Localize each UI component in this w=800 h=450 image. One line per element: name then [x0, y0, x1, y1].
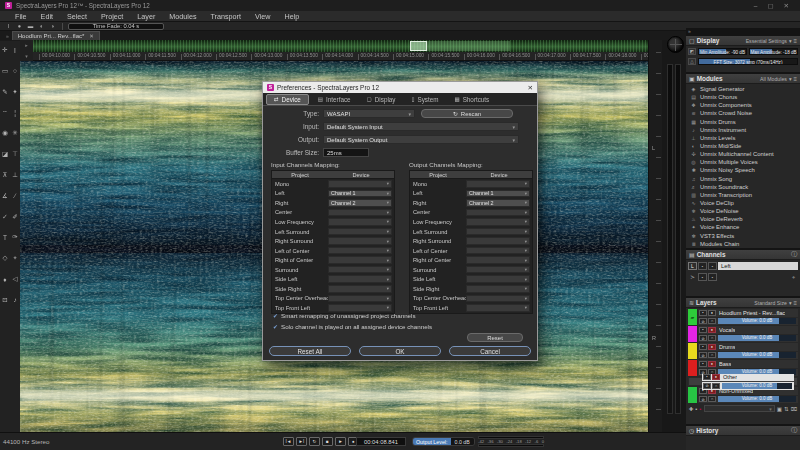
tool-button-19[interactable]: ✑ — [10, 228, 20, 246]
layers-panel-header[interactable]: ≋ Layers Standard Size▾≡ — [686, 298, 800, 308]
layer-color-swatch[interactable] — [688, 387, 697, 403]
dialog-tab-interface[interactable]: ▤Interface — [311, 95, 358, 104]
tool-option-icon-3[interactable]: ◐ — [37, 23, 46, 29]
overview-minimap[interactable] — [33, 40, 648, 52]
layer-solo-button[interactable]: ● — [712, 374, 720, 380]
max-amplitude-slider[interactable]: Max Amplitude: -18 dB — [749, 48, 798, 55]
time-ruler[interactable]: 00:04:10.00000:04:10.50000:04:11.00000:0… — [33, 52, 648, 61]
tool-button-10[interactable]: ◪ — [0, 145, 10, 163]
input-device-select-right-surround[interactable]: ▾ — [328, 237, 392, 245]
info-icon[interactable]: ⓘ — [791, 426, 797, 435]
buffer-size-input[interactable]: 25ms — [323, 148, 369, 157]
tool-button-13[interactable]: ⊥ — [10, 166, 20, 184]
play-button[interactable]: ► — [335, 437, 346, 446]
layer-color-swatch[interactable] — [688, 326, 697, 342]
dialog-tab-shortcuts[interactable]: ▦Shortcuts — [447, 95, 496, 104]
layer-bypass-button[interactable]: ⊘ — [699, 318, 707, 324]
module-item-modules-chain[interactable]: ≣Modules Chain — [686, 240, 800, 248]
dialog-tab-system[interactable]: ▯System — [404, 95, 445, 104]
menu-item-transport[interactable]: Transport — [204, 12, 249, 21]
stop-button[interactable]: ■ — [322, 437, 333, 446]
reset-all-button[interactable]: Reset All — [269, 346, 351, 356]
module-item-unmix-song[interactable]: ♫Unmix Song — [686, 175, 800, 183]
layer-fade-button[interactable]: ∩ — [708, 335, 716, 341]
output-device-select-mono[interactable]: ▾ — [466, 180, 530, 188]
module-item-unmix-instrument[interactable]: ♪Unmix Instrument — [686, 126, 800, 134]
tool-button-6[interactable]: ╌ — [0, 103, 10, 121]
layer-mute-button[interactable]: ▪ — [699, 344, 707, 350]
tool-button-9[interactable]: ✳ — [10, 124, 20, 142]
layer-color-swatch[interactable] — [688, 360, 697, 376]
add-layer-icon[interactable]: ✚ — [689, 406, 694, 412]
output-device-select-side-left[interactable]: ▾ — [466, 275, 530, 283]
module-item-unmix-levels[interactable]: ⊥Unmix Levels — [686, 134, 800, 142]
reorder-icon[interactable]: ⇅ — [784, 406, 789, 412]
layer-volume-slider[interactable]: Volume: 0.0 dB — [718, 396, 796, 402]
reset-button[interactable]: Reset — [467, 333, 523, 342]
ok-button[interactable]: OK — [359, 346, 441, 356]
module-item-voice-enhance[interactable]: ✦Voice Enhance — [686, 223, 800, 231]
channel-visible-button[interactable]: ▪ — [698, 262, 707, 270]
layer-bypass-button[interactable]: ⊘ — [699, 335, 707, 341]
layer-mute-button[interactable]: ▪ — [699, 327, 707, 333]
layer-row-vocals[interactable]: ▪●Vocals⊘∩Volume: 0.0 dB — [688, 326, 798, 342]
module-item-unmix-multiple-voices[interactable]: ◎Unmix Multiple Voices — [686, 158, 800, 166]
min-amplitude-slider[interactable]: Min Amplitude: -90 dB — [698, 48, 747, 55]
modules-filter-select[interactable]: All Modules — [760, 76, 787, 82]
info-icon[interactable]: ⓘ — [791, 250, 797, 259]
new-group-icon[interactable]: ▣ — [777, 406, 782, 412]
tool-button-15[interactable]: ∕ — [10, 187, 20, 205]
tab-close-icon[interactable]: ✕ — [89, 33, 94, 39]
layer-volume-slider[interactable]: Volume: 0.0 dB — [722, 383, 792, 389]
tool-button-16[interactable]: ✓ — [0, 208, 10, 226]
cancel-button[interactable]: Cancel — [449, 346, 531, 356]
layer-mute-button[interactable]: ▪ — [703, 374, 711, 380]
menu-item-help[interactable]: Help — [277, 12, 306, 21]
module-item-unmix-crowd-noise[interactable]: ≋Unmix Crowd Noise — [686, 109, 800, 117]
menu-item-project[interactable]: Project — [94, 12, 130, 21]
tool-button-17[interactable]: ✐ — [10, 208, 20, 226]
checkbox-checked-icon[interactable]: ✔ — [273, 323, 278, 330]
output-device-select-top-front-left[interactable]: ▾ — [466, 304, 530, 312]
history-panel-header[interactable]: ◷ History ⓘ — [686, 426, 800, 436]
tool-button-18[interactable]: Τ — [0, 228, 10, 246]
layer-fade-button[interactable]: ∩ — [708, 318, 716, 324]
dialog-title-bar[interactable]: S Preferences - SpectraLayers Pro 12 ✕ — [263, 82, 537, 93]
layer-volume-slider[interactable]: Volume: 0.0 dB — [718, 335, 796, 341]
tab-scroll-icon[interactable]: » — [0, 33, 12, 40]
menu-item-edit[interactable]: Edit — [34, 12, 60, 21]
input-device-select-left-surround[interactable]: ▾ — [328, 228, 392, 236]
input-device-select-side-right[interactable]: ▾ — [328, 285, 392, 293]
minimap-drag-box[interactable] — [410, 41, 427, 51]
time-fade-field[interactable]: Time Fade: 0.04 s — [68, 23, 164, 30]
layer-solo-button[interactable]: ● — [708, 344, 716, 350]
bus-button-1[interactable]: ▪ — [698, 273, 707, 281]
tool-button-12[interactable]: ⊼ — [0, 166, 10, 184]
layer-row-hoodlum-priest-rev-flac[interactable]: ▰▪●Hoodlum Priest - Rev...flac⊘∩Volume: … — [688, 309, 798, 325]
layer-color-swatch[interactable] — [688, 343, 697, 359]
tool-button-8[interactable]: ◉ — [0, 124, 10, 142]
tool-option-icon-0[interactable]: Ι — [4, 23, 13, 29]
display-preset-select[interactable]: Essential Settings — [746, 38, 787, 44]
layer-volume-slider[interactable]: Volume: 0.0 dB — [718, 318, 796, 324]
layer-bypass-button[interactable]: ⊘ — [703, 383, 711, 389]
tool-button-24[interactable]: ⊡ — [0, 291, 10, 309]
input-device-select-low-frequency[interactable]: ▾ — [328, 218, 392, 226]
input-device-select[interactable]: Default System Input▾ — [323, 122, 519, 131]
navigation-ball[interactable] — [667, 36, 684, 53]
tool-option-icon-2[interactable]: ▬ — [26, 23, 35, 29]
layer-solo-button[interactable]: ● — [708, 361, 716, 367]
tool-button-21[interactable]: ⌖ — [10, 249, 20, 267]
fft-size-slider[interactable]: FFT Size: 3072 smp (70ms/14Hz) — [698, 58, 798, 65]
layer-fade-button[interactable]: ∩ — [708, 352, 716, 358]
dialog-tab-display[interactable]: ▢Display — [360, 95, 403, 104]
layer-volume-slider[interactable]: Volume: 0.0 dB — [718, 352, 796, 358]
channel-expand-icon[interactable]: ⌖ — [789, 274, 798, 281]
dialog-tab-device[interactable]: ⇄Device — [266, 94, 309, 105]
menu-item-modules[interactable]: Modules — [162, 12, 203, 21]
output-device-select-center[interactable]: ▾ — [466, 209, 530, 217]
module-item-unmix-multichannel-content[interactable]: ✣Unmix Multichannel Content — [686, 150, 800, 158]
output-device-select-top-center-overhead[interactable]: ▾ — [466, 295, 530, 303]
layer-color-swatch[interactable]: ▰ — [688, 309, 697, 325]
channel-name-field[interactable]: Left — [718, 262, 798, 270]
